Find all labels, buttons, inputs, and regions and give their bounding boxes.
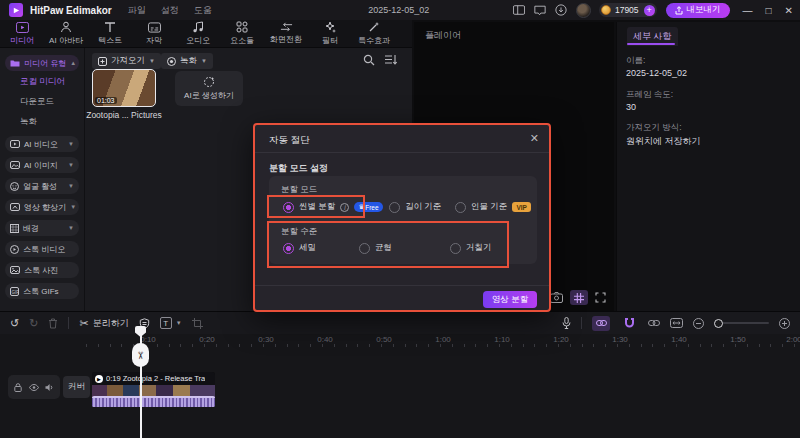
ruler-label: 0:30: [258, 335, 274, 344]
tab-elements[interactable]: 요소들: [220, 20, 264, 47]
sidebar-group-media-type[interactable]: 미디어 유형 ▲: [5, 55, 79, 71]
coins-badge[interactable]: 17905 +: [599, 3, 657, 17]
tab-audio[interactable]: 오디오: [176, 20, 220, 47]
crop-icon[interactable]: [192, 318, 203, 329]
scissors-icon: ✂: [79, 317, 88, 330]
link-clips-button[interactable]: [592, 316, 610, 331]
import-button[interactable]: 가져오기 ▼: [92, 53, 161, 69]
tab-subtitles[interactable]: 자막: [132, 20, 176, 47]
radio-dot: [455, 202, 466, 213]
magnet-button[interactable]: [620, 316, 638, 331]
zoom-in-button[interactable]: [779, 318, 790, 329]
menu-file[interactable]: 파일: [128, 4, 146, 17]
ruler-label: 1:00: [435, 335, 451, 344]
coin-icon: [601, 5, 611, 15]
unlink-button[interactable]: [648, 319, 660, 327]
sidebar-item-download[interactable]: 다운로드: [20, 96, 54, 108]
undo-button[interactable]: ↺: [10, 317, 19, 330]
chevron-down-icon: ▼: [149, 58, 155, 64]
annotation-box-scene-split: [267, 195, 365, 218]
tab-text[interactable]: 텍스트: [88, 20, 132, 47]
mute-icon[interactable]: [45, 383, 54, 392]
folder-icon: [10, 59, 20, 67]
sidebar-group-face[interactable]: 얼굴 활성▼: [5, 178, 79, 194]
sidebar-item-stock-photo[interactable]: 스톡 사진: [5, 262, 79, 278]
fullscreen-icon[interactable]: [595, 292, 606, 303]
sidebar-item-stock-gifs[interactable]: GIF 스톡 GIFs: [5, 283, 79, 299]
name-value: 2025-12-05_02: [626, 68, 687, 78]
vip-badge: VIP: [512, 202, 530, 212]
divider: [581, 317, 582, 329]
sort-icon[interactable]: [384, 54, 397, 65]
stock-gifs-icon: GIF: [10, 287, 19, 296]
feedback-icon[interactable]: [534, 5, 546, 16]
download-icon[interactable]: [555, 4, 567, 16]
split-button[interactable]: ✂ 분리하기: [79, 317, 128, 330]
eye-icon[interactable]: [29, 384, 39, 391]
ruler-label: 0:50: [376, 335, 392, 344]
tab-transitions[interactable]: 화면전환: [264, 20, 308, 47]
dialog-close-icon[interactable]: ✕: [530, 132, 539, 145]
slider-knob[interactable]: [714, 319, 723, 328]
split-video-button[interactable]: 영상 분할: [483, 291, 537, 308]
search-icon[interactable]: [363, 54, 375, 66]
snapshot-icon[interactable]: [550, 292, 563, 303]
maximize-button[interactable]: □: [766, 5, 772, 16]
sidebar-item-local-media[interactable]: 로컬 미디어: [20, 76, 65, 88]
timeline-zoom-slider[interactable]: [714, 322, 769, 324]
clip-title-text: 0:19 Zootopia 2 - Release Tra: [106, 374, 205, 383]
sidebar-group-ai-video[interactable]: AI 비디오▼: [5, 136, 79, 152]
tab-effects[interactable]: 특수효과: [352, 20, 396, 47]
fit-timeline-button[interactable]: [670, 318, 683, 328]
sidebar-group-background[interactable]: 배경▼: [5, 220, 79, 236]
text-tool-button[interactable]: T ▼: [160, 317, 182, 329]
clip-audio-waveform[interactable]: [92, 396, 215, 407]
redo-button[interactable]: ↻: [29, 317, 38, 330]
sidebar-item-record[interactable]: 녹화: [20, 116, 37, 128]
chevron-down-icon: ▼: [68, 183, 74, 189]
record-button[interactable]: 녹화 ▼: [161, 53, 213, 69]
close-button[interactable]: ✕: [785, 5, 793, 16]
radio-person-based[interactable]: 인물 기준 VIP: [455, 201, 531, 213]
avatar-icon: [60, 21, 72, 33]
tab-media[interactable]: 미디어: [0, 20, 44, 47]
text-tool-icon: T: [160, 317, 172, 329]
timeline-toolbar: ↺ ↻ ✂ 분리하기 T ▼: [0, 312, 800, 334]
ai-generate-button[interactable]: AI로 생성하기: [175, 71, 243, 106]
delete-icon[interactable]: [48, 318, 58, 329]
user-avatar[interactable]: [576, 3, 591, 18]
lock-icon[interactable]: [14, 383, 22, 392]
voiceover-mic-icon[interactable]: [562, 317, 571, 329]
export-icon: [675, 6, 683, 15]
layout-icon[interactable]: [513, 5, 525, 15]
tab-ai-avatar[interactable]: AI 아바타: [44, 20, 88, 47]
media-clip-thumbnail[interactable]: 01:03: [92, 69, 156, 107]
menu-help[interactable]: 도움: [194, 4, 212, 17]
sidebar-group-ai-image[interactable]: AI 이미지▼: [5, 157, 79, 173]
timeline-ruler[interactable]: 0:10 0:20 0:30 0:40 0:50 1:00 1:10 1:20 …: [86, 334, 800, 347]
menu-settings[interactable]: 설정: [161, 4, 179, 17]
import-method-label: 가져오기 방식:: [626, 122, 682, 134]
radio-length-based[interactable]: 길이 기준: [389, 201, 441, 213]
sidebar-item-stock-video[interactable]: 스톡 비디오: [5, 241, 79, 257]
add-coins-button[interactable]: +: [644, 5, 655, 16]
player-controls: [550, 290, 606, 305]
minimize-button[interactable]: —: [743, 5, 753, 16]
sidebar-group-enhancer[interactable]: 영상 향상기▼: [5, 199, 79, 215]
cover-button[interactable]: 커버: [63, 376, 90, 398]
asset-tab-bar: 미디어 AI 아바타 텍스트 자막 오디오 요소들 화면전환 필터: [0, 20, 412, 48]
playhead-split-button[interactable]: ✂: [132, 343, 149, 367]
grid-icon: [574, 293, 584, 303]
app-logo-icon: [9, 3, 23, 17]
minus-circle-icon: [693, 318, 704, 329]
annotation-box-split-level: [267, 221, 509, 268]
ruler-label: 0:40: [317, 335, 333, 344]
ai-sparkle-icon: [203, 76, 215, 88]
ruler-label: 1:20: [553, 335, 569, 344]
tab-filters[interactable]: 필터: [308, 20, 352, 47]
export-button[interactable]: 내보내기: [666, 3, 730, 18]
chevron-down-icon: ▼: [68, 162, 74, 168]
zoom-out-button[interactable]: [693, 318, 704, 329]
grid-toggle-button[interactable]: [570, 290, 588, 305]
magnet-icon: [624, 318, 635, 328]
